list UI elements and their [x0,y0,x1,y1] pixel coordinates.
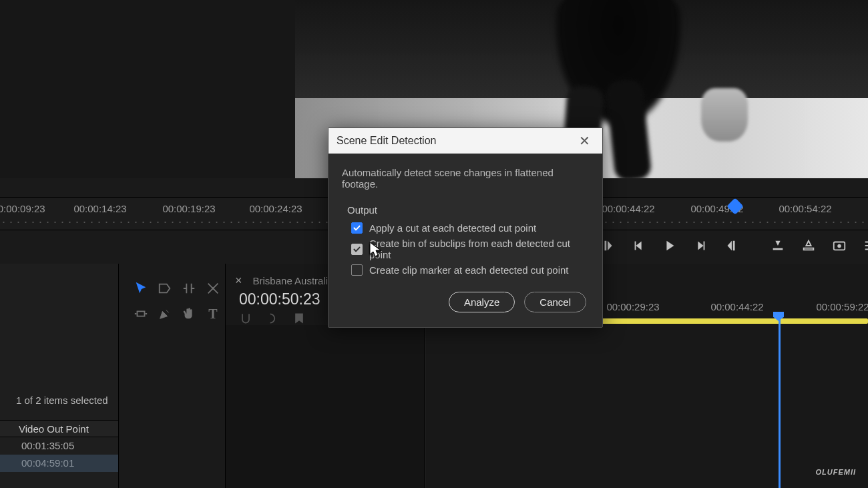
timeline-timecode[interactable]: 00:00:50:23 [239,290,320,308]
option-label: Create clip marker at each detected cut … [369,264,569,276]
checkbox-create-bin[interactable] [351,244,363,255]
checkbox-apply-cut[interactable] [351,222,363,234]
table-row[interactable]: 00:01:35:05 [0,437,118,455]
project-panel: 1 of 2 items selected Video Out Point 00… [0,264,119,488]
output-group-label: Output [347,204,589,216]
transport-controls [601,232,868,259]
sequence-tab-name[interactable]: Brisbane Australia [253,275,334,286]
hand-tool-icon[interactable] [179,304,199,324]
option-apply-cut: Apply a cut at each detected cut point [351,222,589,234]
option-label: Create bin of subclips from each detecte… [369,238,589,260]
step-forward-icon[interactable] [693,236,708,255]
pen-tool-icon[interactable] [155,304,175,324]
timeline-ruler-tick: 00:00:29:23 [606,301,659,312]
razor-tool-icon[interactable] [203,278,223,298]
close-icon[interactable]: ✕ [575,132,594,150]
mark-out-icon[interactable] [724,236,738,255]
option-create-marker: Create clip marker at each detected cut … [351,264,589,276]
table-row[interactable]: 00:04:59:01 [0,455,118,472]
dialog-titlebar[interactable]: Scene Edit Detection ✕ [329,128,602,154]
extract-icon[interactable] [801,236,816,255]
lift-icon[interactable] [771,236,785,255]
tool-palette: T [119,264,226,488]
ruler-tick: 00:00:24:23 [249,203,302,214]
type-tool-icon[interactable]: T [203,304,223,324]
play-icon[interactable] [662,236,677,255]
ripple-edit-icon[interactable] [179,278,199,298]
option-create-bin: Create bin of subclips from each detecte… [351,238,589,260]
svg-point-2 [212,287,214,290]
selection-info: 1 of 2 items selected [16,395,108,406]
ruler-tick: 00:00:14:23 [73,203,126,214]
slip-tool-icon[interactable] [131,304,151,324]
timeline-playhead-line[interactable] [779,314,781,488]
close-tab-icon[interactable]: × [231,274,246,288]
step-back-icon[interactable] [632,236,646,255]
analyze-button[interactable]: Analyze [449,292,515,312]
ruler-tick: 00:00:54:22 [779,203,831,214]
option-label: Apply a cut at each detected cut point [369,222,536,234]
mark-in-icon[interactable] [601,236,616,255]
selection-tool-icon[interactable] [131,278,151,298]
watermark: OLUFEMII [815,468,856,476]
settings-icon[interactable] [863,236,868,255]
checkbox-create-marker[interactable] [351,264,363,276]
svg-point-1 [837,244,841,248]
dialog-title: Scene Edit Detection [337,135,436,147]
ruler-tick: 00:00:44:22 [602,203,654,214]
timeline-ruler-tick: 00:00:44:22 [710,301,763,312]
column-header-video-out[interactable]: Video Out Point [0,420,118,437]
scene-edit-detection-dialog: Scene Edit Detection ✕ Automatically det… [328,128,603,328]
dialog-description: Automatically detect scene changes in fl… [342,167,589,190]
left-panel-shade [0,0,295,178]
cancel-button[interactable]: Cancel [524,292,586,312]
export-frame-icon[interactable] [832,236,847,255]
ruler-tick: 00:00:09:23 [0,203,45,214]
timeline-ruler-tick: 00:00:59:22 [816,301,868,312]
track-select-icon[interactable] [155,278,175,298]
ruler-tick: 00:00:19:23 [162,203,215,214]
